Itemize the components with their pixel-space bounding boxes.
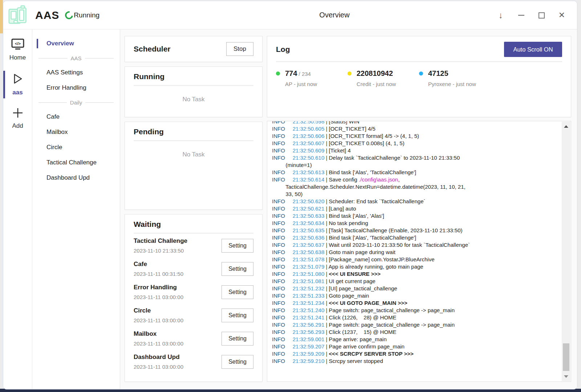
log-title: Log (276, 45, 290, 54)
log-message-segment: Scrcpy server stopped (329, 358, 383, 364)
log-line: (minute=1) (272, 162, 571, 169)
rail-item-aas[interactable]: aas (3, 69, 32, 101)
sidebar-item-cafe[interactable]: Cafe (32, 109, 120, 124)
menu-item-label: Error Handling (46, 84, 86, 91)
auto-scroll-toggle[interactable]: Auto Scroll ON (504, 42, 562, 57)
waiting-task-info: Error Handling2023-11-11 03:00:00 (134, 284, 183, 300)
code-monitor-icon: </> (11, 38, 25, 52)
log-indent (272, 162, 286, 168)
sidebar-item-aas-settings[interactable]: AAS Settings (32, 65, 120, 80)
task-setting-button[interactable]: Setting (222, 309, 253, 322)
log-level: INFO (272, 155, 293, 161)
menu-sidebar: OverviewAASAAS SettingsError HandlingDai… (32, 29, 120, 389)
log-timestamp: 21:32:50.613 (293, 169, 325, 175)
task-setting-button[interactable]: Setting (222, 355, 253, 369)
log-line: INFO 21:32:50.609 | [Ticket] 4 (272, 147, 571, 154)
log-timestamp: 21:32:59.210 (293, 358, 325, 364)
minimize-icon[interactable] (515, 9, 527, 21)
menu-item-label: Dashboard Upd (46, 174, 90, 181)
icon-rail: </>HomeaasAdd (3, 29, 32, 389)
log-timestamp: 21:32:50.637 (293, 242, 325, 248)
log-separator: | (324, 198, 329, 204)
dashboard-stat: 47125Pyroxene - just now (419, 69, 491, 87)
log-panel[interactable]: INFO 21:32:50.598 | [Status] WININFO 21:… (267, 121, 571, 382)
collapse-arrow-down-icon[interactable]: ↓ (495, 9, 507, 21)
waiting-task-info: Circle2023-11-11 03:00:00 (134, 307, 183, 323)
sidebar-item-circle[interactable]: Circle (32, 140, 120, 155)
dashboard-stats: 774 / 234AP - just now220810942Credit - … (276, 69, 562, 87)
dashboard-stat: 220810942Credit - just now (348, 69, 419, 87)
waiting-task-name: Circle (134, 307, 183, 314)
sidebar-item-error-handling[interactable]: Error Handling (32, 80, 120, 95)
task-setting-button[interactable]: Setting (222, 285, 253, 299)
log-message-segment: App is already running, goto main page (329, 264, 423, 270)
log-message-segment: Scheduler: End task `TacticalChallenge` (329, 198, 426, 204)
dashboard-stat: 774 / 234AP - just now (276, 69, 348, 87)
waiting-card: Waiting Tactical Challenge2023-11-10 21:… (125, 214, 263, 382)
log-level: INFO (272, 358, 293, 364)
main-content: Scheduler Stop Running No Task Pending N… (120, 29, 577, 389)
scroll-up-icon[interactable] (562, 122, 570, 131)
log-level: INFO (272, 293, 293, 299)
log-message-segment: ./config\aas.json (359, 176, 398, 183)
log-level: INFO (272, 314, 293, 320)
log-separator: | (324, 140, 329, 146)
log-line: INFO 21:32:59.209 | <<< SCRCPY SERVER ST… (272, 350, 571, 358)
stat-value: 220810942 (357, 69, 396, 78)
log-message-segment: Goto main page during wait (329, 249, 395, 255)
stat-label: Credit - just now (357, 81, 396, 87)
scheduler-card: Scheduler Stop (125, 36, 263, 62)
log-line: 33, 50) (272, 191, 571, 198)
waiting-task-time: 2023-11-10 21:33:50 (134, 248, 187, 254)
log-line: INFO 21:32:56.291 | Page switch: page_ta… (272, 321, 571, 328)
log-scrollbar[interactable] (562, 122, 570, 381)
log-timestamp: 21:32:50.607 (293, 140, 325, 146)
sidebar-item-dashboard-upd[interactable]: Dashboard Upd (32, 170, 120, 185)
log-separator: | (324, 242, 329, 248)
waiting-title: Waiting (134, 220, 253, 229)
running-title: Running (134, 72, 253, 81)
task-setting-button[interactable]: Setting (222, 332, 253, 346)
rail-item-home[interactable]: </>Home (3, 34, 32, 66)
rail-item-add[interactable]: Add (3, 103, 32, 134)
log-timestamp: 21:32:50.609 (293, 147, 325, 154)
task-setting-button[interactable]: Setting (222, 239, 253, 253)
log-message-segment: [UI] page_tactical_challenge (329, 285, 397, 291)
log-separator: | (324, 314, 329, 320)
sidebar-item-overview[interactable]: Overview (32, 36, 120, 51)
log-line: INFO 21:32:50.636 | Bind task ['Alas', '… (272, 234, 571, 241)
stat-body: 47125Pyroxene - just now (428, 69, 476, 87)
log-separator: | (324, 264, 328, 270)
pending-title: Pending (134, 127, 253, 136)
log-separator: | (324, 285, 329, 291)
task-setting-button[interactable]: Setting (222, 262, 253, 276)
sidebar-item-tactical-challenge[interactable]: Tactical Challenge (32, 155, 120, 170)
divider-line (38, 102, 67, 103)
scrollbar-thumb[interactable] (563, 343, 569, 371)
log-indent (272, 184, 285, 190)
waiting-task-row: Circle2023-11-11 03:00:00Setting (134, 303, 253, 327)
log-timestamp: 21:32:59.207 (293, 343, 325, 350)
log-lines: INFO 21:32:50.598 | [Status] WININFO 21:… (267, 121, 571, 365)
log-message-segment: Click (1237, 15) @ HOME (329, 329, 397, 335)
log-timestamp: 21:32:51.078 (293, 256, 325, 262)
log-level: INFO (272, 271, 293, 277)
log-message-segment: [OCR_TICKET] 4/5 (329, 126, 375, 132)
stop-button[interactable]: Stop (226, 42, 253, 56)
log-timestamp: 21:32:50.636 (293, 234, 325, 241)
log-timestamp: 21:32:50.620 (293, 198, 325, 204)
stat-dot-icon (419, 72, 423, 75)
close-icon[interactable]: ✕ (556, 9, 568, 21)
log-level: INFO (272, 256, 293, 262)
sidebar-item-mailbox[interactable]: Mailbox (32, 124, 120, 140)
scheduler-status: Running (74, 11, 99, 19)
log-separator: | (324, 220, 329, 226)
waiting-task-time: 2023-11-11 03:00:00 (134, 317, 183, 323)
waiting-task-name: Dashboard Upd (134, 354, 183, 361)
log-timestamp: 21:32:50.621 (293, 205, 325, 212)
maximize-icon[interactable] (536, 9, 547, 21)
titlebar: AAS Running Overview ↓ ✕ (3, 1, 577, 29)
scroll-down-icon[interactable] (562, 372, 570, 381)
log-line: INFO 21:32:50.605 | [OCR_TICKET] 4/5 (272, 125, 571, 132)
log-line: INFO 21:32:50.598 | [Status] WIN (272, 121, 571, 125)
